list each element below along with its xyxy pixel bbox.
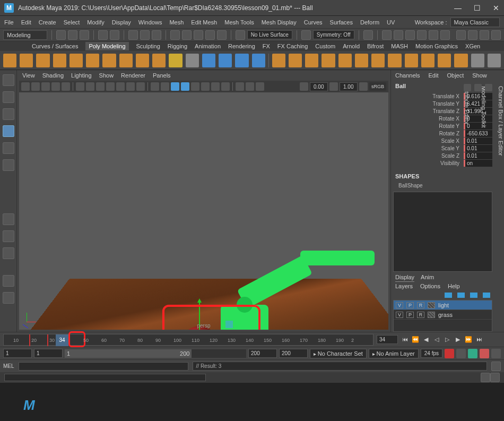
vp-select-camera-icon[interactable]: [21, 82, 30, 91]
menu-set-select[interactable]: Modeling: [3, 30, 47, 40]
script-editor-icon[interactable]: [491, 362, 501, 371]
range-start-inner[interactable]: 1: [34, 349, 63, 358]
vp-gamma-field[interactable]: 1.00: [340, 82, 358, 91]
character-set-select[interactable]: ▸ No Character Set: [310, 349, 367, 358]
tab-attribute-editor[interactable]: Attribute Editor: [464, 86, 470, 332]
close-button[interactable]: ✕: [492, 4, 500, 12]
range-end-inner[interactable]: 200: [248, 349, 277, 358]
layers-options[interactable]: Options: [420, 283, 440, 289]
vp-grid-icon[interactable]: [76, 82, 84, 91]
poly-type-icon[interactable]: [169, 54, 182, 67]
menu-display[interactable]: Display: [112, 19, 131, 25]
bevel-icon[interactable]: [338, 54, 352, 67]
menu-surfaces[interactable]: Surfaces: [330, 19, 353, 25]
cb-edit[interactable]: Edit: [428, 72, 438, 79]
layers-menu[interactable]: Layers: [395, 283, 413, 289]
undo-icon[interactable]: [98, 30, 108, 40]
combine-icon[interactable]: [272, 54, 285, 67]
target-weld-icon[interactable]: [405, 54, 418, 67]
render-settings-icon[interactable]: [405, 30, 415, 40]
status-icon1[interactable]: [481, 373, 490, 382]
cb-channels[interactable]: Channels: [395, 72, 420, 79]
vp-ao-icon[interactable]: [201, 82, 210, 91]
vp-isolate-icon[interactable]: [236, 82, 244, 91]
menu-curves[interactable]: Curves: [304, 19, 323, 25]
light-editor-icon[interactable]: [440, 30, 450, 40]
minimize-button[interactable]: —: [454, 4, 462, 12]
cb-object[interactable]: Object: [447, 72, 464, 79]
menu-windows[interactable]: Windows: [138, 19, 162, 25]
vp-grease-icon[interactable]: [62, 82, 70, 91]
outliner-icon[interactable]: [468, 30, 477, 40]
poly-superellipse-icon[interactable]: [202, 54, 215, 67]
lasso-icon[interactable]: [140, 30, 150, 40]
vp-bookmark-icon[interactable]: [31, 82, 40, 91]
auto-key-icon[interactable]: [445, 349, 454, 358]
vp-lighting[interactable]: Lighting: [71, 72, 92, 79]
quad-draw-icon[interactable]: [488, 54, 501, 67]
vp-exposure-icon[interactable]: [300, 82, 308, 91]
workspace-select[interactable]: Maya Classic: [450, 18, 500, 27]
vp-gamma-icon[interactable]: [329, 82, 338, 91]
append-icon[interactable]: [371, 54, 385, 67]
layer-ref-toggle[interactable]: R: [417, 302, 424, 308]
paint-tool[interactable]: [3, 108, 14, 120]
poly-gear-icon[interactable]: [219, 54, 232, 67]
shelf-tab-mash[interactable]: MASH: [391, 43, 408, 49]
vp-gate-mask-icon[interactable]: [106, 82, 115, 91]
poly-cone-icon[interactable]: [53, 54, 66, 67]
edge-flow-icon[interactable]: [454, 54, 467, 67]
tab-channel-box[interactable]: Channel Box / Layer Editor: [498, 86, 504, 332]
keyframe[interactable]: [47, 334, 48, 346]
menu-mesh[interactable]: Mesh: [169, 19, 184, 25]
layer-add-icon[interactable]: [470, 293, 477, 298]
vp-shading[interactable]: Shading: [42, 72, 64, 79]
anim-prefs-icon[interactable]: [468, 349, 477, 358]
menu-modify[interactable]: Modify: [87, 19, 104, 25]
save-scene-icon[interactable]: [80, 30, 89, 40]
paint-select-icon[interactable]: [152, 30, 161, 40]
vp-panels[interactable]: Panels: [153, 72, 171, 79]
hypershade-icon[interactable]: [417, 30, 427, 40]
layer-row[interactable]: VPRlight: [394, 300, 492, 310]
menu-uv[interactable]: UV: [387, 19, 395, 25]
step-forward-icon[interactable]: ▶: [454, 336, 462, 343]
step-back-key-icon[interactable]: ⏪: [412, 336, 419, 343]
smooth-icon[interactable]: [421, 54, 435, 67]
multi-cut-icon[interactable]: [388, 54, 401, 67]
status-icon2[interactable]: [490, 373, 500, 382]
vp-resolution-gate-icon[interactable]: [96, 82, 105, 91]
poly-sphere-icon[interactable]: [3, 54, 16, 67]
menu-mesh-tools[interactable]: Mesh Tools: [224, 19, 254, 25]
anim-tab[interactable]: Anim: [421, 274, 434, 282]
cb-show[interactable]: Show: [472, 72, 487, 79]
construction-history-icon[interactable]: [363, 30, 373, 40]
keyframe[interactable]: [29, 334, 30, 346]
poly-soccer-icon[interactable]: [252, 54, 265, 67]
layer-row[interactable]: VPRgrass: [394, 310, 492, 320]
set-key-icon[interactable]: [456, 349, 466, 358]
poly-svg-icon[interactable]: [186, 54, 199, 67]
command-input[interactable]: [19, 362, 188, 371]
sculpt-icon[interactable]: [471, 54, 484, 67]
render-frame-icon[interactable]: [382, 30, 392, 40]
live-surface-field[interactable]: No Live Surface: [247, 30, 292, 39]
layer-vis-toggle[interactable]: V: [396, 312, 403, 318]
poly-cylinder-icon[interactable]: [36, 54, 49, 67]
vp-safe-title-icon[interactable]: [136, 82, 145, 91]
vp-view[interactable]: View: [22, 72, 35, 79]
menu-file[interactable]: File: [4, 19, 14, 25]
symmetry-field[interactable]: Symmetry: Off: [313, 30, 354, 39]
poly-plane-icon[interactable]: [86, 54, 99, 67]
shelf-tab-sculpting[interactable]: Sculpting: [136, 43, 160, 49]
range-slider-track[interactable]: 1 200: [65, 349, 246, 358]
select-mode-icon[interactable]: [128, 30, 138, 40]
cb-icon1[interactable]: [464, 84, 471, 91]
shelf-tab-rendering[interactable]: Rendering: [228, 43, 255, 49]
go-end-icon[interactable]: ⏭: [475, 336, 483, 343]
layout-custom1-icon[interactable]: [3, 275, 14, 287]
layer-vis-toggle[interactable]: V: [396, 302, 403, 308]
menu-edit-mesh[interactable]: Edit Mesh: [191, 19, 217, 25]
vp-shaded-icon[interactable]: [161, 82, 169, 91]
maximize-button[interactable]: ☐: [473, 4, 481, 12]
